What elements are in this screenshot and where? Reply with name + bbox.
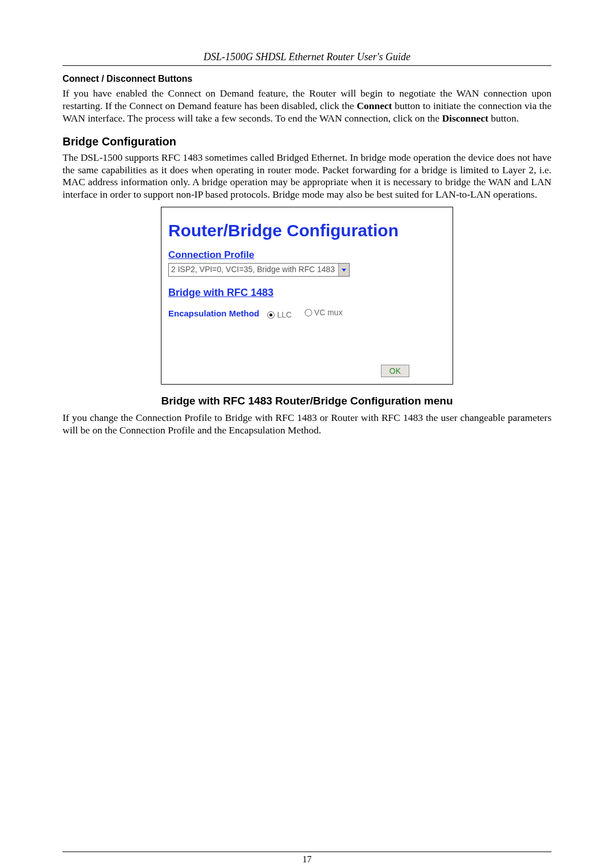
encapsulation-row: Encapsulation Method LLC VC mux	[168, 308, 449, 319]
heading-connect-disconnect: Connect / Disconnect Buttons	[63, 74, 551, 84]
page-number: 17	[63, 854, 551, 865]
dropdown-selected-value: 2 ISP2, VPI=0, VCI=35, Bridge with RFC 1…	[169, 264, 338, 276]
para-bridge-config: The DSL-1500 supports RFC 1483 sometimes…	[63, 152, 551, 202]
radio-icon	[267, 311, 275, 319]
disconnect-bold: Disconnect	[442, 112, 488, 124]
figure-caption: Bridge with RFC 1483 Router/Bridge Confi…	[63, 395, 551, 407]
radio-label: VC mux	[314, 308, 343, 317]
footer-rule	[63, 852, 551, 852]
connect-bold: Connect	[356, 100, 392, 111]
para-connect-disconnect: If you have enabled the Connect on Deman…	[63, 87, 551, 125]
chevron-down-icon[interactable]	[338, 264, 349, 276]
ok-button[interactable]: OK	[381, 365, 409, 377]
para-after-figure: If you change the Connection Profile to …	[63, 412, 551, 437]
radio-llc[interactable]: LLC	[267, 310, 292, 319]
screenshot-title: Router/Bridge Configuration	[168, 221, 449, 240]
connection-profile-dropdown[interactable]: 2 ISP2, VPI=0, VCI=35, Bridge with RFC 1…	[168, 263, 350, 277]
connection-profile-label: Connection Profile	[168, 249, 449, 261]
radio-icon	[305, 309, 312, 316]
running-header: DSL-1500G SHDSL Ethernet Router User's G…	[63, 51, 551, 63]
radio-vc-mux[interactable]: VC mux	[305, 308, 343, 317]
router-bridge-config-screenshot: Router/Bridge Configuration Connection P…	[161, 207, 453, 385]
heading-bridge-config: Bridge Configuration	[63, 135, 551, 148]
encapsulation-method-label: Encapsulation Method	[168, 308, 259, 318]
bridge-rfc-1483-label: Bridge with RFC 1483	[168, 287, 449, 299]
text-fragment: button.	[488, 112, 518, 124]
radio-label: LLC	[277, 310, 292, 319]
header-rule	[63, 65, 551, 66]
